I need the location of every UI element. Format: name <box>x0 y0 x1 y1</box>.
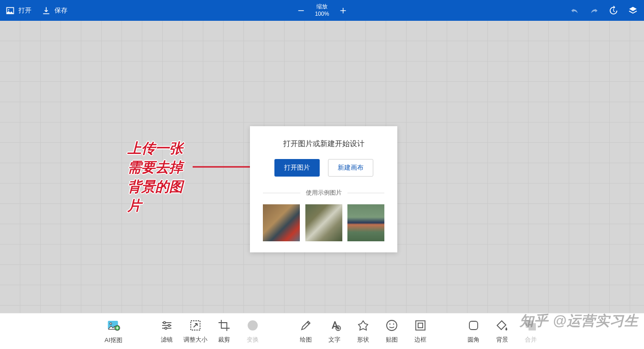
open-label: 打开 <box>18 6 31 15</box>
save-button[interactable]: 保存 <box>42 6 67 15</box>
svg-point-7 <box>109 323 111 325</box>
history-icon <box>608 6 619 16</box>
tool-label: 调整大小 <box>183 336 207 344</box>
smiley-icon <box>385 319 398 332</box>
tool-label: 裁剪 <box>218 336 230 344</box>
merge-tool: 合并 <box>516 319 545 344</box>
svg-point-13 <box>168 324 170 326</box>
resize-icon <box>189 319 202 332</box>
sample-divider: 使用示例图片 <box>263 189 384 197</box>
svg-point-19 <box>387 320 397 331</box>
sample-label: 使用示例图片 <box>306 189 342 197</box>
tool-label: 绘图 <box>300 336 312 344</box>
open-dialog: 打开图片或新建开始设计 打开图片 新建画布 使用示例图片 <box>250 126 397 252</box>
tool-group-left: AI抠图 <box>99 318 128 344</box>
tool-label: 贴图 <box>386 336 398 344</box>
tool-group-mid1: 滤镜 调整大小 裁剪 变换 <box>152 319 267 344</box>
tool-group-mid2: 绘图 文字 形状 贴图 边框 <box>292 319 435 344</box>
open-image-button[interactable]: 打开图片 <box>274 159 320 177</box>
text-tool[interactable]: 文字 <box>320 319 349 344</box>
crop-icon <box>218 319 231 332</box>
svg-point-0 <box>8 9 9 10</box>
merge-icon <box>524 319 537 332</box>
save-label: 保存 <box>55 6 67 15</box>
border-icon <box>414 319 427 332</box>
zoom-label: 缩放 100% <box>315 3 329 18</box>
sample-thumb-2[interactable] <box>305 204 342 241</box>
dialog-title: 打开图片或新建开始设计 <box>263 139 384 149</box>
border-tool[interactable]: 边框 <box>406 319 435 344</box>
tool-label: 背景 <box>496 336 508 344</box>
tool-label: 文字 <box>328 336 340 344</box>
svg-point-20 <box>389 323 390 325</box>
open-button[interactable]: 打开 <box>6 6 31 15</box>
sample-thumb-3[interactable] <box>347 204 384 241</box>
paintbucket-icon <box>496 319 509 332</box>
tool-label: 形状 <box>357 336 369 344</box>
draw-tool[interactable]: 绘图 <box>292 319 320 344</box>
tool-label: 圆角 <box>468 336 480 344</box>
tool-label: 变换 <box>247 336 259 344</box>
bottom-toolbar: AI抠图 滤镜 调整大小 裁剪 变换 绘图 文字 <box>0 313 644 349</box>
minus-icon <box>297 6 305 15</box>
transform-tool: 变换 <box>238 319 267 344</box>
new-canvas-button[interactable]: 新建画布 <box>328 159 373 177</box>
crop-tool[interactable]: 裁剪 <box>210 319 238 344</box>
top-left-group: 打开 保存 <box>6 6 67 15</box>
download-icon <box>42 6 51 15</box>
layers-button[interactable] <box>627 5 638 16</box>
transform-icon <box>246 319 259 332</box>
ai-cutout-tool[interactable]: AI抠图 <box>99 318 128 344</box>
ai-cutout-icon <box>105 318 122 332</box>
tool-label: 滤镜 <box>161 336 173 344</box>
shape-tool[interactable]: 形状 <box>349 319 377 344</box>
undo-button[interactable] <box>569 5 580 16</box>
canvas[interactable]: 上传一张需要去掉背景的图片 打开图片或新建开始设计 打开图片 新建画布 使用示例… <box>0 21 644 313</box>
tool-label: 边框 <box>414 336 426 344</box>
tool-label: AI抠图 <box>104 336 122 344</box>
zoom-value: 100% <box>315 11 329 18</box>
sticker-tool[interactable]: 贴图 <box>377 319 406 344</box>
rounded-icon <box>467 319 480 332</box>
shape-icon <box>357 319 370 332</box>
svg-rect-24 <box>469 321 478 330</box>
plus-icon <box>339 6 347 15</box>
rounded-tool[interactable]: 圆角 <box>459 319 488 344</box>
undo-icon <box>570 6 580 16</box>
image-icon <box>6 6 15 15</box>
zoom-in-button[interactable] <box>337 5 348 16</box>
filter-tool[interactable]: 滤镜 <box>152 319 181 344</box>
sample-thumbnails <box>263 204 384 241</box>
tool-label: 合并 <box>525 336 537 344</box>
background-tool[interactable]: 背景 <box>488 319 516 344</box>
sample-thumb-1[interactable] <box>263 204 300 241</box>
redo-icon <box>589 6 599 16</box>
svg-point-12 <box>163 321 165 323</box>
zoom-out-button[interactable] <box>296 5 307 16</box>
layers-icon <box>628 6 638 16</box>
zoom-controls: 缩放 100% <box>296 3 349 18</box>
text-icon <box>328 319 341 332</box>
history-button[interactable] <box>608 5 619 16</box>
svg-rect-23 <box>418 323 423 328</box>
annotation-text: 上传一张需要去掉背景的图片 <box>128 139 183 215</box>
dialog-buttons: 打开图片 新建画布 <box>263 159 384 177</box>
resize-tool[interactable]: 调整大小 <box>181 319 210 344</box>
redo-button[interactable] <box>589 5 600 16</box>
pencil-icon <box>299 319 312 332</box>
top-right-group <box>569 5 638 16</box>
filter-icon <box>160 319 173 332</box>
svg-point-21 <box>393 323 394 325</box>
zoom-text: 缩放 <box>315 3 329 11</box>
svg-rect-26 <box>529 324 535 330</box>
svg-rect-22 <box>416 321 425 330</box>
svg-point-14 <box>164 327 166 329</box>
tool-group-right: 圆角 背景 合并 <box>459 319 545 344</box>
top-toolbar: 打开 保存 缩放 100% <box>0 0 644 21</box>
